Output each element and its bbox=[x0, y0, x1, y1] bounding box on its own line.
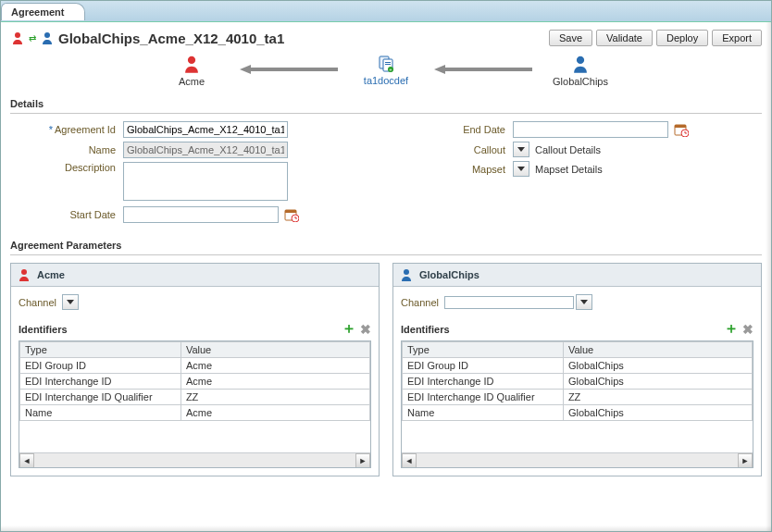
export-button[interactable]: Export bbox=[712, 30, 762, 46]
panel-left-title: Acme bbox=[37, 269, 65, 280]
table-row: EDI Interchange ID QualifierZZ bbox=[20, 390, 370, 405]
agreement-id-label: Agreement Id bbox=[55, 124, 116, 135]
details-heading: Details bbox=[10, 98, 762, 109]
flow-right-icon bbox=[570, 54, 591, 74]
description-textarea[interactable] bbox=[123, 162, 288, 201]
channel-select-left[interactable] bbox=[62, 294, 79, 310]
table-row: EDI Interchange ID QualifierZZ bbox=[403, 390, 753, 405]
table-row: EDI Interchange IDGlobalChips bbox=[403, 374, 753, 390]
svg-rect-8 bbox=[385, 64, 391, 65]
calendar-icon[interactable] bbox=[284, 207, 299, 222]
remove-identifier-icon[interactable]: ✖ bbox=[360, 322, 371, 337]
add-identifier-icon[interactable]: ＋ bbox=[342, 319, 356, 339]
page-title: GlobalChips_Acme_X12_4010_ta1 bbox=[58, 31, 284, 46]
table-row: EDI Group IDAcme bbox=[20, 358, 370, 374]
table-row: NameGlobalChips bbox=[403, 405, 753, 421]
agreement-id-input[interactable] bbox=[123, 121, 288, 138]
docdef-icon: + bbox=[377, 55, 395, 73]
identifiers-label: Identifiers bbox=[401, 324, 450, 335]
start-date-label: Start Date bbox=[10, 209, 123, 220]
svg-marker-4 bbox=[240, 65, 251, 74]
callout-dropdown[interactable] bbox=[513, 142, 529, 157]
name-input bbox=[123, 142, 288, 158]
svg-point-13 bbox=[577, 56, 584, 64]
save-button[interactable]: Save bbox=[549, 30, 592, 46]
add-identifier-icon[interactable]: ＋ bbox=[724, 319, 739, 339]
arrow-right-icon bbox=[432, 60, 534, 79]
partner-panel-left: Acme Channel Identifiers ＋ ✖ bbox=[10, 263, 380, 476]
table-row: EDI Group IDGlobalChips bbox=[403, 358, 753, 374]
col-value[interactable]: Value bbox=[563, 342, 752, 358]
validate-button[interactable]: Validate bbox=[596, 30, 653, 46]
arrow-left-icon bbox=[238, 60, 340, 79]
svg-rect-7 bbox=[385, 62, 391, 63]
panel-right-title: GlobalChips bbox=[419, 269, 479, 280]
callout-label: Callout bbox=[400, 144, 513, 155]
col-value[interactable]: Value bbox=[181, 342, 369, 358]
params-heading: Agreement Parameters bbox=[10, 240, 762, 251]
svg-point-2 bbox=[188, 56, 195, 64]
flow-right-label: GlobalChips bbox=[553, 76, 608, 87]
scroll-left-icon[interactable]: ◄ bbox=[19, 453, 34, 468]
partner-red-icon bbox=[17, 267, 31, 282]
svg-point-0 bbox=[15, 32, 20, 38]
start-date-input[interactable] bbox=[123, 206, 279, 223]
identifiers-table-right: Type Value EDI Group IDGlobalChips EDI I… bbox=[402, 341, 753, 421]
svg-marker-12 bbox=[434, 65, 445, 74]
svg-text:+: + bbox=[390, 67, 392, 72]
callout-details-link[interactable]: Callout Details bbox=[535, 144, 601, 155]
flow-left-icon bbox=[181, 54, 202, 74]
deploy-button[interactable]: Deploy bbox=[656, 30, 708, 46]
tab-agreement[interactable]: Agreement bbox=[1, 3, 85, 20]
identifiers-table-left: Type Value EDI Group IDAcme EDI Intercha… bbox=[19, 341, 370, 421]
table-row: EDI Interchange IDAcme bbox=[20, 374, 370, 390]
mapset-label: Mapset bbox=[400, 164, 513, 175]
scroll-right-icon[interactable]: ► bbox=[738, 453, 753, 468]
partner-blue-icon bbox=[40, 31, 55, 45]
calendar-icon[interactable] bbox=[674, 122, 689, 137]
partner-red-icon bbox=[10, 31, 25, 45]
partner-blue-icon bbox=[399, 267, 414, 282]
scrollbar-horizontal[interactable]: ◄ ► bbox=[402, 452, 753, 467]
svg-point-1 bbox=[44, 32, 50, 38]
svg-point-25 bbox=[404, 269, 409, 275]
mapset-details-link[interactable]: Mapset Details bbox=[535, 164, 603, 175]
channel-select-right[interactable] bbox=[444, 296, 574, 309]
table-row: NameAcme bbox=[20, 405, 370, 421]
description-label: Description bbox=[10, 162, 123, 173]
partner-panel-right: GlobalChips Channel Identifiers ＋ ✖ bbox=[392, 263, 762, 476]
col-type[interactable]: Type bbox=[403, 342, 564, 358]
end-date-label: End Date bbox=[400, 124, 513, 135]
svg-point-24 bbox=[21, 269, 27, 275]
col-type[interactable]: Type bbox=[20, 342, 181, 358]
channel-dropdown-right[interactable] bbox=[576, 294, 592, 310]
identifiers-label: Identifiers bbox=[19, 324, 68, 335]
flow-docdef-link[interactable]: ta1docdef bbox=[364, 75, 408, 86]
channel-label: Channel bbox=[401, 297, 439, 308]
flow-left-label: Acme bbox=[179, 76, 205, 87]
end-date-input[interactable] bbox=[513, 121, 668, 138]
remove-identifier-icon[interactable]: ✖ bbox=[742, 322, 753, 337]
scroll-left-icon[interactable]: ◄ bbox=[402, 453, 417, 468]
name-label: Name bbox=[10, 144, 123, 155]
scroll-right-icon[interactable]: ► bbox=[355, 453, 370, 468]
svg-rect-20 bbox=[675, 125, 686, 128]
mapset-dropdown[interactable] bbox=[513, 161, 529, 177]
channel-label: Channel bbox=[19, 297, 56, 308]
svg-rect-15 bbox=[285, 210, 296, 213]
tab-label: Agreement bbox=[11, 6, 64, 18]
scrollbar-horizontal[interactable]: ◄ ► bbox=[19, 452, 370, 467]
swap-icon: ⇄ bbox=[29, 33, 36, 43]
